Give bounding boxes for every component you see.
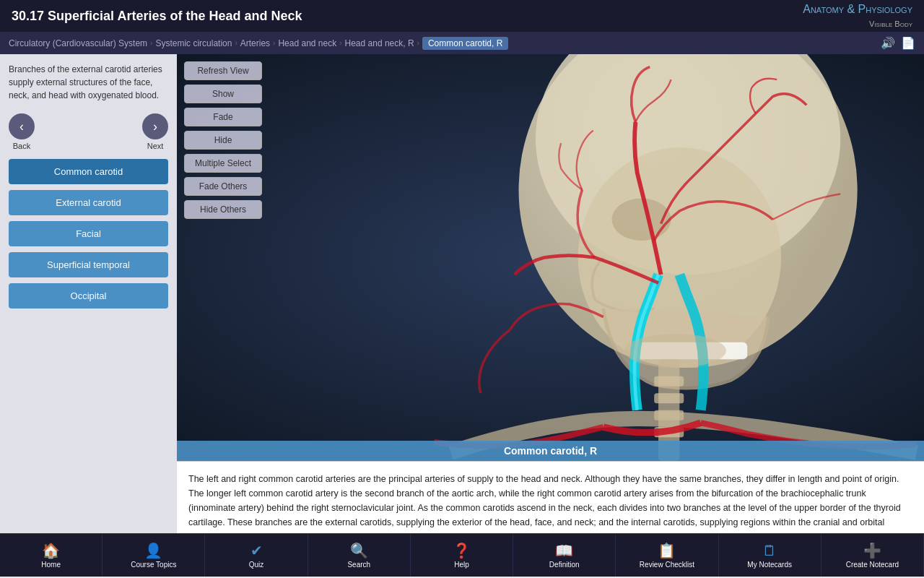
bottom-btn-search[interactable]: 🔍 Search [308, 534, 411, 577]
anatomy-render [177, 54, 924, 461]
bookmark-icon[interactable]: 📄 [901, 36, 915, 50]
back-nav[interactable]: ‹ Back [9, 113, 35, 150]
structure-btn-common-carotid[interactable]: Common carotid [9, 159, 168, 184]
create-notecard-label: Create Notecard [846, 561, 899, 569]
search-icon: 🔍 [350, 542, 368, 559]
breadcrumb-item-arteries[interactable]: Arteries [240, 38, 270, 48]
view-controls: Refresh View Show Fade Hide Multiple Sel… [184, 61, 262, 219]
my-notecards-icon: 🗒 [762, 543, 777, 559]
bottom-btn-review-checklist[interactable]: 📋 Review Checklist [616, 534, 718, 577]
structure-btn-external-carotid[interactable]: External carotid [9, 190, 168, 215]
fade-others-button[interactable]: Fade Others [184, 177, 262, 196]
main-layout: Branches of the external carotid arterie… [0, 54, 924, 533]
bottom-btn-quiz[interactable]: ✔ Quiz [205, 534, 308, 577]
breadcrumb-item-circulatory[interactable]: Circulatory (Cardiovascular) System [9, 38, 147, 48]
breadcrumb-item-common-carotid[interactable]: Common carotid, R [422, 37, 508, 50]
help-icon: ❓ [453, 542, 471, 559]
review-checklist-icon: 📋 [658, 542, 676, 559]
bottom-btn-help[interactable]: ❓ Help [411, 534, 513, 577]
breadcrumb: Circulatory (Cardiovascular) System › Sy… [0, 32, 924, 54]
structure-btn-occipital[interactable]: Occipital [9, 283, 168, 309]
quiz-label: Quiz [249, 561, 264, 569]
breadcrumb-item-head-neck-r[interactable]: Head and neck, R [345, 38, 414, 48]
structure-btn-superficial-temporal[interactable]: Superficial temporal [9, 252, 168, 277]
view-label: Common carotid, R [177, 441, 924, 461]
definition-label: Definition [549, 561, 580, 569]
course-topics-icon: 👤 [144, 542, 162, 559]
breadcrumb-icons: 🔊 📄 [881, 36, 915, 50]
create-notecard-icon: ➕ [863, 542, 881, 559]
structure-btn-facial[interactable]: Facial [9, 221, 168, 246]
refresh-view-button[interactable]: Refresh View [184, 61, 262, 80]
sidebar-description: Branches of the external carotid arterie… [9, 63, 168, 102]
sidebar: Branches of the external carotid arterie… [0, 54, 177, 533]
back-arrow-icon[interactable]: ‹ [9, 113, 35, 139]
top-bar: 30.17 Superficial Arteries of the Head a… [0, 0, 924, 32]
definition-icon: 📖 [555, 542, 573, 559]
home-icon: 🏠 [42, 542, 60, 559]
bottom-btn-create-notecard[interactable]: ➕ Create Notecard [821, 534, 924, 577]
multiple-select-button[interactable]: Multiple Select [184, 154, 262, 173]
breadcrumb-sep-2: › [235, 39, 237, 47]
my-notecards-label: My Notecards [747, 561, 792, 569]
bottom-btn-definition[interactable]: 📖 Definition [513, 534, 616, 577]
next-label: Next [147, 142, 164, 150]
svg-point-11 [624, 334, 726, 368]
brand-name: Anatomy & Physiology [803, 3, 912, 15]
show-button[interactable]: Show [184, 85, 262, 103]
breadcrumb-sep-5: › [417, 39, 419, 47]
bottom-btn-home[interactable]: 🏠 Home [0, 534, 103, 577]
svg-rect-7 [654, 376, 684, 387]
nav-arrows: ‹ Back › Next [9, 113, 168, 150]
fade-button[interactable]: Fade [184, 108, 262, 126]
audio-icon[interactable]: 🔊 [881, 36, 895, 50]
breadcrumb-item-head-neck[interactable]: Head and neck [278, 38, 336, 48]
help-label: Help [454, 561, 469, 569]
quiz-icon: ✔ [250, 542, 263, 559]
hide-others-button[interactable]: Hide Others [184, 200, 262, 219]
course-topics-label: Course Topics [131, 561, 176, 569]
hide-button[interactable]: Hide [184, 131, 262, 150]
back-label: Back [13, 142, 30, 150]
search-label: Search [347, 561, 370, 569]
breadcrumb-sep-1: › [150, 39, 152, 47]
page-title: 30.17 Superficial Arteries of the Head a… [12, 9, 302, 24]
description-text: The left and right common carotid arteri… [188, 472, 912, 533]
brand-logo: Anatomy & Physiology Visible Body [803, 2, 912, 30]
bottom-bar: 🏠 Home 👤 Course Topics ✔ Quiz 🔍 Search ❓… [0, 533, 924, 577]
brand-sub: Visible Body [869, 20, 912, 28]
breadcrumb-sep-4: › [339, 39, 341, 47]
anatomy-svg [177, 54, 924, 461]
view-area: Refresh View Show Fade Hide Multiple Sel… [177, 54, 924, 461]
next-arrow-icon[interactable]: › [142, 113, 168, 139]
home-label: Home [41, 561, 61, 569]
bottom-btn-course-topics[interactable]: 👤 Course Topics [103, 534, 205, 577]
breadcrumb-sep-3: › [273, 39, 275, 47]
review-checklist-label: Review Checklist [640, 561, 694, 569]
description-panel: The left and right common carotid arteri… [177, 461, 924, 533]
right-section: Refresh View Show Fade Hide Multiple Sel… [177, 54, 924, 533]
svg-rect-8 [654, 393, 684, 403]
breadcrumb-item-systemic[interactable]: Systemic circulation [155, 38, 232, 48]
bottom-btn-my-notecards[interactable]: 🗒 My Notecards [719, 534, 821, 577]
next-nav[interactable]: › Next [142, 113, 168, 150]
